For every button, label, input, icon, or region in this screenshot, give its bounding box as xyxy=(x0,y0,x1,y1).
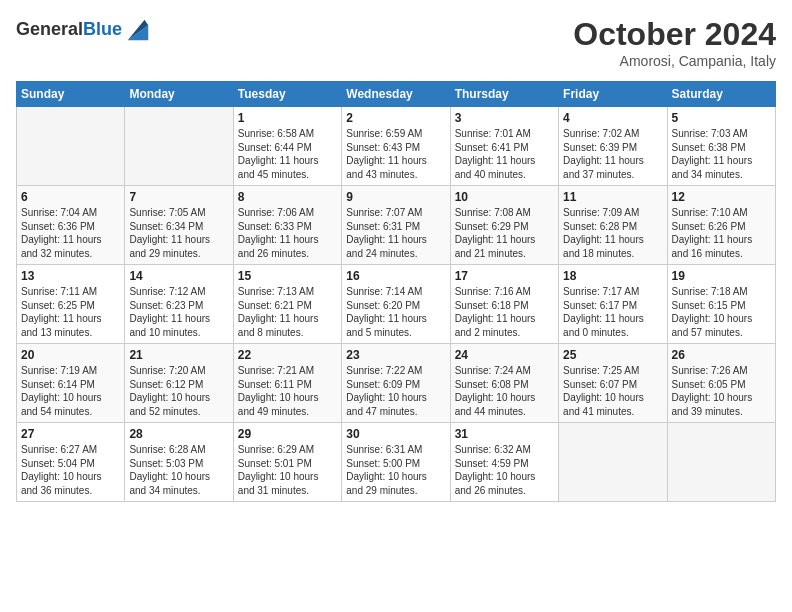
sunset: Sunset: 6:34 PM xyxy=(129,221,203,232)
daylight: Daylight: 11 hours and 21 minutes. xyxy=(455,234,536,259)
day-detail: Sunrise: 6:32 AM Sunset: 4:59 PM Dayligh… xyxy=(455,443,554,497)
calendar-day-cell: 25 Sunrise: 7:25 AM Sunset: 6:07 PM Dayl… xyxy=(559,344,667,423)
sunset: Sunset: 6:05 PM xyxy=(672,379,746,390)
day-number: 21 xyxy=(129,348,228,362)
sunrise: Sunrise: 7:04 AM xyxy=(21,207,97,218)
sunrise: Sunrise: 7:01 AM xyxy=(455,128,531,139)
calendar-day-cell xyxy=(559,423,667,502)
calendar-table: SundayMondayTuesdayWednesdayThursdayFrid… xyxy=(16,81,776,502)
logo-icon xyxy=(124,16,152,44)
calendar-day-cell: 21 Sunrise: 7:20 AM Sunset: 6:12 PM Dayl… xyxy=(125,344,233,423)
day-number: 28 xyxy=(129,427,228,441)
calendar-day-cell xyxy=(17,107,125,186)
calendar-day-cell: 26 Sunrise: 7:26 AM Sunset: 6:05 PM Dayl… xyxy=(667,344,775,423)
day-number: 19 xyxy=(672,269,771,283)
daylight: Daylight: 10 hours and 44 minutes. xyxy=(455,392,536,417)
sunset: Sunset: 4:59 PM xyxy=(455,458,529,469)
sunrise: Sunrise: 7:06 AM xyxy=(238,207,314,218)
day-number: 8 xyxy=(238,190,337,204)
calendar-day-cell: 29 Sunrise: 6:29 AM Sunset: 5:01 PM Dayl… xyxy=(233,423,341,502)
day-number: 6 xyxy=(21,190,120,204)
daylight: Daylight: 10 hours and 57 minutes. xyxy=(672,313,753,338)
sunrise: Sunrise: 7:13 AM xyxy=(238,286,314,297)
sunrise: Sunrise: 7:11 AM xyxy=(21,286,97,297)
day-number: 7 xyxy=(129,190,228,204)
day-number: 16 xyxy=(346,269,445,283)
calendar-header: SundayMondayTuesdayWednesdayThursdayFrid… xyxy=(17,82,776,107)
daylight: Daylight: 10 hours and 34 minutes. xyxy=(129,471,210,496)
day-of-week-header: Saturday xyxy=(667,82,775,107)
days-of-week-row: SundayMondayTuesdayWednesdayThursdayFrid… xyxy=(17,82,776,107)
calendar-day-cell: 31 Sunrise: 6:32 AM Sunset: 4:59 PM Dayl… xyxy=(450,423,558,502)
day-detail: Sunrise: 6:28 AM Sunset: 5:03 PM Dayligh… xyxy=(129,443,228,497)
calendar-day-cell xyxy=(125,107,233,186)
daylight: Daylight: 11 hours and 37 minutes. xyxy=(563,155,644,180)
calendar-week-row: 1 Sunrise: 6:58 AM Sunset: 6:44 PM Dayli… xyxy=(17,107,776,186)
day-detail: Sunrise: 7:16 AM Sunset: 6:18 PM Dayligh… xyxy=(455,285,554,339)
sunrise: Sunrise: 7:02 AM xyxy=(563,128,639,139)
daylight: Daylight: 11 hours and 29 minutes. xyxy=(129,234,210,259)
month-title: October 2024 xyxy=(573,16,776,53)
sunrise: Sunrise: 7:14 AM xyxy=(346,286,422,297)
day-detail: Sunrise: 7:18 AM Sunset: 6:15 PM Dayligh… xyxy=(672,285,771,339)
sunrise: Sunrise: 7:03 AM xyxy=(672,128,748,139)
sunrise: Sunrise: 7:18 AM xyxy=(672,286,748,297)
sunset: Sunset: 6:11 PM xyxy=(238,379,312,390)
sunrise: Sunrise: 7:21 AM xyxy=(238,365,314,376)
day-number: 11 xyxy=(563,190,662,204)
sunrise: Sunrise: 7:19 AM xyxy=(21,365,97,376)
daylight: Daylight: 10 hours and 29 minutes. xyxy=(346,471,427,496)
logo-blue: Blue xyxy=(83,19,122,39)
calendar-day-cell xyxy=(667,423,775,502)
day-detail: Sunrise: 6:59 AM Sunset: 6:43 PM Dayligh… xyxy=(346,127,445,181)
day-detail: Sunrise: 6:29 AM Sunset: 5:01 PM Dayligh… xyxy=(238,443,337,497)
day-detail: Sunrise: 6:58 AM Sunset: 6:44 PM Dayligh… xyxy=(238,127,337,181)
location-subtitle: Amorosi, Campania, Italy xyxy=(573,53,776,69)
sunset: Sunset: 6:36 PM xyxy=(21,221,95,232)
sunset: Sunset: 6:43 PM xyxy=(346,142,420,153)
sunset: Sunset: 5:04 PM xyxy=(21,458,95,469)
day-detail: Sunrise: 7:21 AM Sunset: 6:11 PM Dayligh… xyxy=(238,364,337,418)
sunset: Sunset: 6:28 PM xyxy=(563,221,637,232)
calendar-day-cell: 23 Sunrise: 7:22 AM Sunset: 6:09 PM Dayl… xyxy=(342,344,450,423)
sunrise: Sunrise: 7:10 AM xyxy=(672,207,748,218)
day-number: 22 xyxy=(238,348,337,362)
day-detail: Sunrise: 7:14 AM Sunset: 6:20 PM Dayligh… xyxy=(346,285,445,339)
day-detail: Sunrise: 7:06 AM Sunset: 6:33 PM Dayligh… xyxy=(238,206,337,260)
sunset: Sunset: 6:26 PM xyxy=(672,221,746,232)
page-header: GeneralBlue October 2024 Amorosi, Campan… xyxy=(16,16,776,69)
calendar-day-cell: 28 Sunrise: 6:28 AM Sunset: 5:03 PM Dayl… xyxy=(125,423,233,502)
calendar-day-cell: 4 Sunrise: 7:02 AM Sunset: 6:39 PM Dayli… xyxy=(559,107,667,186)
daylight: Daylight: 10 hours and 36 minutes. xyxy=(21,471,102,496)
daylight: Daylight: 11 hours and 40 minutes. xyxy=(455,155,536,180)
calendar-day-cell: 12 Sunrise: 7:10 AM Sunset: 6:26 PM Dayl… xyxy=(667,186,775,265)
sunset: Sunset: 6:25 PM xyxy=(21,300,95,311)
sunset: Sunset: 5:03 PM xyxy=(129,458,203,469)
day-number: 29 xyxy=(238,427,337,441)
day-number: 24 xyxy=(455,348,554,362)
day-detail: Sunrise: 7:08 AM Sunset: 6:29 PM Dayligh… xyxy=(455,206,554,260)
daylight: Daylight: 11 hours and 24 minutes. xyxy=(346,234,427,259)
calendar-week-row: 6 Sunrise: 7:04 AM Sunset: 6:36 PM Dayli… xyxy=(17,186,776,265)
sunset: Sunset: 6:14 PM xyxy=(21,379,95,390)
day-detail: Sunrise: 6:27 AM Sunset: 5:04 PM Dayligh… xyxy=(21,443,120,497)
day-number: 31 xyxy=(455,427,554,441)
sunrise: Sunrise: 7:05 AM xyxy=(129,207,205,218)
calendar-week-row: 27 Sunrise: 6:27 AM Sunset: 5:04 PM Dayl… xyxy=(17,423,776,502)
calendar-day-cell: 17 Sunrise: 7:16 AM Sunset: 6:18 PM Dayl… xyxy=(450,265,558,344)
sunset: Sunset: 6:09 PM xyxy=(346,379,420,390)
daylight: Daylight: 10 hours and 49 minutes. xyxy=(238,392,319,417)
sunset: Sunset: 6:17 PM xyxy=(563,300,637,311)
sunrise: Sunrise: 7:17 AM xyxy=(563,286,639,297)
day-of-week-header: Sunday xyxy=(17,82,125,107)
day-number: 26 xyxy=(672,348,771,362)
calendar-day-cell: 11 Sunrise: 7:09 AM Sunset: 6:28 PM Dayl… xyxy=(559,186,667,265)
daylight: Daylight: 11 hours and 0 minutes. xyxy=(563,313,644,338)
sunrise: Sunrise: 7:07 AM xyxy=(346,207,422,218)
day-number: 15 xyxy=(238,269,337,283)
daylight: Daylight: 10 hours and 26 minutes. xyxy=(455,471,536,496)
day-detail: Sunrise: 7:24 AM Sunset: 6:08 PM Dayligh… xyxy=(455,364,554,418)
calendar-day-cell: 5 Sunrise: 7:03 AM Sunset: 6:38 PM Dayli… xyxy=(667,107,775,186)
day-of-week-header: Friday xyxy=(559,82,667,107)
daylight: Daylight: 11 hours and 5 minutes. xyxy=(346,313,427,338)
